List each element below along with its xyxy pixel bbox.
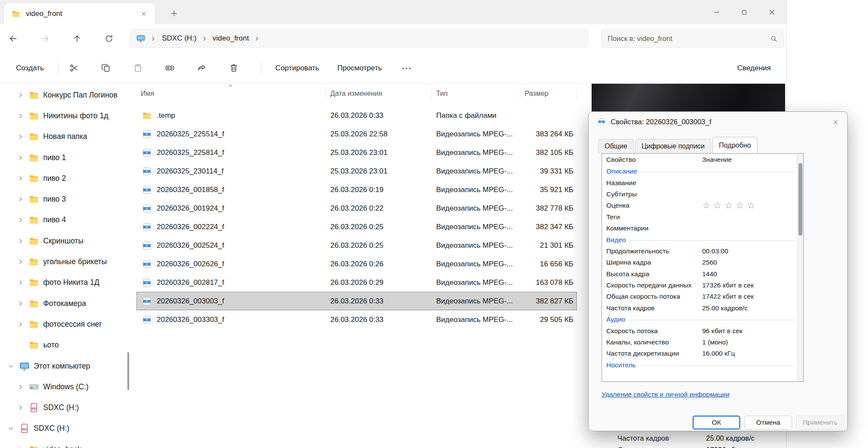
paste-button[interactable] (128, 59, 149, 78)
file-row[interactable]: 20260326_002224_f26.03.2026 0:25Видеозап… (136, 218, 577, 236)
delete-button[interactable] (224, 59, 244, 78)
cut-button[interactable] (64, 59, 85, 78)
sidebar-item-Windows (C:)[interactable]: Windows (C:) (0, 376, 130, 397)
file-row[interactable]: 20260326_001858_f26.03.2026 0:19Видеозап… (136, 180, 577, 199)
sidebar-item-SDXC (H:)[interactable]: SDSDXC (H:) (0, 418, 130, 439)
remove-properties-link[interactable]: Удаление свойств и личной информации (602, 391, 729, 398)
sidebar-item-пиво 3[interactable]: пиво 3 (0, 189, 130, 209)
dialog-scrollbar-thumb[interactable] (798, 163, 802, 236)
chevron-right-icon[interactable] (16, 154, 25, 162)
sidebar-item-video_back[interactable]: video_back (0, 439, 130, 448)
chevron-right-icon[interactable] (16, 320, 25, 328)
chevron-right-icon[interactable] (200, 35, 209, 42)
sidebar-item-Скриншоты[interactable]: Скриншоты (0, 230, 130, 251)
file-row[interactable]: 20260325_230114_f25.03.2026 23:01Видеоза… (136, 162, 577, 180)
sidebar-item-label: SDXC (H:) (34, 424, 70, 433)
dialog-close-button[interactable] (827, 115, 844, 129)
new-tab-button[interactable] (166, 5, 182, 22)
details-pane-button[interactable]: Сведения (728, 59, 776, 78)
file-row[interactable]: 20260325_225514_f25.03.2026 22:58Видеоза… (136, 125, 577, 143)
chevron-right-icon[interactable] (16, 258, 25, 266)
tab-video-front[interactable]: video_front (4, 3, 155, 24)
folder-icon (29, 340, 39, 350)
sidebar-scrollbar[interactable] (127, 352, 129, 390)
sidebar-item-Фотокамера[interactable]: Фотокамера (0, 293, 130, 314)
column-header-Дата изменения[interactable]: Дата изменения (326, 87, 432, 100)
sidebar-item-угольные брикеты[interactable]: угольные брикеты (0, 251, 130, 272)
chevron-right-icon[interactable] (16, 445, 25, 448)
chevron-right-icon[interactable] (16, 278, 25, 287)
column-header-Размер[interactable]: Размер (520, 87, 577, 100)
close-button[interactable] (758, 0, 786, 24)
rename-button[interactable] (160, 59, 181, 78)
chevron-right-icon[interactable] (16, 91, 25, 99)
sidebar-item-пиво 2[interactable]: пиво 2 (0, 168, 130, 189)
rating-stars[interactable]: ☆☆☆☆☆ (698, 201, 797, 210)
new-button[interactable]: Создать (7, 59, 53, 78)
more-options-button[interactable]: ⋯ (397, 59, 416, 78)
chevron-right-icon[interactable] (253, 35, 261, 42)
refresh-button[interactable] (99, 29, 118, 48)
search-box[interactable] (601, 29, 784, 48)
view-button[interactable]: Просмотреть (328, 59, 391, 78)
minimize-button[interactable] (703, 0, 730, 24)
sidebar-item-Конкурс Пап Логинов[interactable]: Конкурс Пап Логинов (0, 85, 130, 105)
sidebar-item-Этот компьютер[interactable]: Этот компьютер (0, 356, 130, 376)
sidebar-item-ьото[interactable]: ьото (0, 335, 130, 356)
sidebar-item-пиво 4[interactable]: пиво 4 (0, 210, 130, 230)
dialog-tab-Подробно[interactable]: Подробно (713, 137, 757, 153)
search-input[interactable] (608, 35, 765, 43)
sidebar-item-пиво 1[interactable]: пиво 1 (0, 147, 130, 168)
section-divider (641, 172, 795, 172)
chevron-right-icon[interactable] (16, 195, 25, 203)
chevron-right-icon[interactable] (16, 216, 25, 224)
file-row[interactable]: 20260326_001924_f26.03.2026 0:22Видеозап… (136, 199, 577, 218)
apply-button[interactable]: Применить (796, 416, 844, 429)
file-row[interactable]: 20260326_003303_f26.03.2026 0:33Видеозап… (136, 310, 577, 329)
up-button[interactable] (67, 29, 86, 48)
file-row[interactable]: 20260326_003003_f26.03.2026 0:33Видеозап… (136, 292, 577, 310)
property-value: 96 кбит в сек (698, 327, 797, 335)
file-name-cell: 20260325_225514_f (136, 129, 326, 139)
chevron-right-icon[interactable] (16, 404, 25, 412)
chevron-right-icon[interactable] (16, 112, 25, 120)
file-row[interactable]: 20260326_002817_f26.03.2026 0:29Видеозап… (136, 273, 577, 292)
search-icon[interactable] (770, 35, 778, 43)
file-row[interactable]: .temp26.03.2026 0:33Папка с файлами (136, 106, 577, 125)
video-icon (142, 259, 152, 269)
chevron-right-icon[interactable] (16, 300, 25, 308)
share-button[interactable] (192, 59, 212, 78)
ok-button[interactable]: ОК (693, 416, 740, 429)
address-bar[interactable]: SDXC (H:)video_front (130, 29, 588, 48)
dialog-tab-Цифровые подписи[interactable]: Цифровые подписи (635, 139, 711, 153)
forward-button[interactable] (35, 29, 54, 48)
file-row[interactable]: 20260326_002524_f26.03.2026 0:25Видеозап… (136, 236, 577, 255)
breadcrumb-item-video_front[interactable]: video_front (209, 32, 253, 45)
breadcrumb-item-SDXC (H:)[interactable]: SDXC (H:) (158, 32, 200, 45)
chevron-down-icon[interactable] (7, 362, 15, 370)
chevron-right-icon[interactable] (16, 383, 25, 391)
column-header-Тип[interactable]: Тип (432, 87, 520, 100)
sort-button[interactable]: Сортировать (266, 59, 329, 78)
cancel-button[interactable]: Отмена (744, 416, 792, 429)
file-name: 20260326_001924_f (157, 204, 224, 213)
maximize-button[interactable] (730, 0, 758, 24)
sidebar-item-Никитины фото 1д[interactable]: Никитины фото 1д (0, 105, 130, 126)
chevron-right-icon[interactable] (149, 35, 157, 42)
sidebar-item-SDXC (H:)[interactable]: SDSDXC (H:) (0, 397, 130, 418)
sidebar-item-фотосессия снег[interactable]: фотосессия снег (0, 314, 130, 334)
chevron-down-icon[interactable] (7, 424, 15, 432)
chevron-right-icon[interactable] (16, 174, 25, 183)
file-row[interactable]: 20260326_002626_f26.03.2026 0:26Видеозап… (136, 255, 577, 273)
file-row[interactable]: 20260325_225814_f25.03.2026 23:01Видеоза… (136, 143, 577, 162)
chevron-right-icon[interactable] (16, 133, 25, 141)
dialog-tab-Общие[interactable]: Общие (598, 139, 634, 153)
sidebar-item-Новая папка[interactable]: Новая папка (0, 126, 130, 147)
tab-close-icon[interactable] (137, 7, 150, 20)
sidebar-item-фото Никита 1Д[interactable]: фото Никита 1Д (0, 272, 130, 293)
copy-button[interactable] (96, 59, 117, 78)
back-button[interactable] (3, 29, 22, 48)
sort-ascending-icon[interactable] (227, 82, 234, 91)
chevron-right-icon[interactable] (16, 237, 25, 245)
dialog-scrollbar[interactable] (797, 154, 803, 382)
